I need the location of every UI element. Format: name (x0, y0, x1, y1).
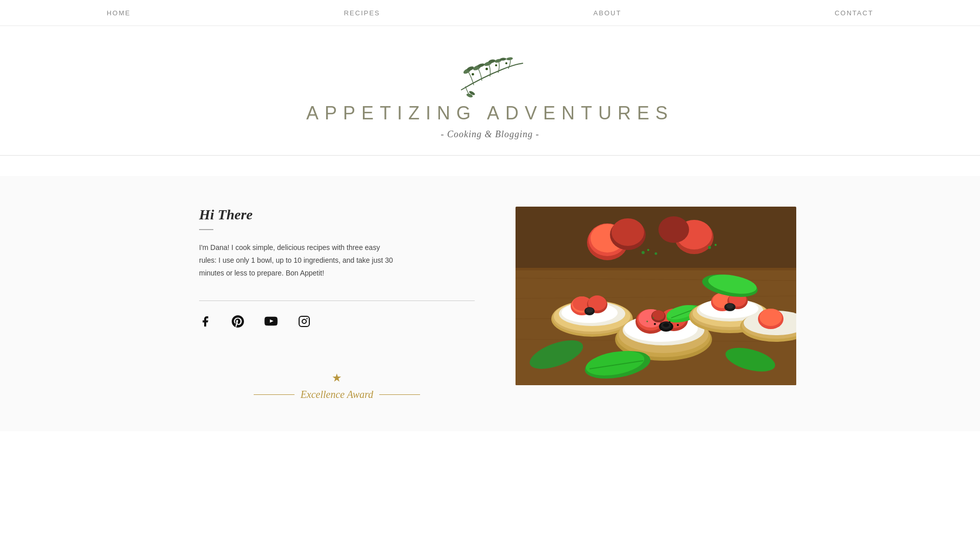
pinterest-icon (232, 315, 244, 328)
svg-point-88 (658, 216, 689, 243)
svg-point-12 (505, 62, 507, 64)
nav-recipes[interactable]: RECIPES (313, 9, 411, 17)
main-content: Hi There I'm Dana! I cook simple, delici… (0, 176, 980, 431)
svg-point-92 (708, 246, 711, 249)
svg-point-9 (472, 73, 474, 76)
excellence-row: Excellence Award (254, 389, 421, 400)
svg-point-58 (660, 319, 662, 320)
svg-point-91 (655, 253, 657, 255)
nav-home[interactable]: HOME (76, 9, 161, 17)
hero-divider (0, 155, 980, 156)
svg-point-53 (663, 323, 669, 327)
site-subtitle: - Cooking & Blogging - (441, 129, 540, 140)
svg-point-89 (642, 251, 645, 254)
social-divider (199, 300, 475, 301)
site-title: APPETIZING ADVENTURES (306, 103, 674, 124)
svg-point-94 (654, 323, 656, 325)
food-image (516, 207, 796, 385)
svg-point-10 (485, 68, 488, 70)
svg-point-93 (715, 244, 717, 246)
greeting-divider (199, 229, 213, 230)
svg-point-57 (653, 317, 654, 319)
main-nav: HOME RECIPES ABOUT CONTACT (0, 0, 980, 26)
youtube-link[interactable] (264, 315, 278, 331)
svg-point-75 (760, 309, 782, 326)
svg-point-85 (611, 218, 644, 246)
youtube-icon (264, 315, 278, 328)
svg-point-50 (652, 310, 665, 320)
svg-point-8 (506, 57, 513, 61)
svg-point-17 (306, 318, 307, 319)
svg-rect-15 (299, 316, 309, 327)
intro-paragraph: I'm Dana! I cook simple, delicious recip… (199, 241, 393, 280)
facebook-icon (199, 315, 211, 328)
social-icons-row (199, 315, 475, 331)
excellence-label: Excellence Award (301, 389, 374, 400)
excellence-section: ★ Excellence Award (199, 371, 475, 400)
food-image-container (516, 207, 796, 385)
svg-point-96 (677, 324, 679, 326)
excellence-line-left (254, 394, 295, 395)
pinterest-link[interactable] (232, 315, 244, 331)
svg-point-38 (586, 308, 593, 313)
left-column: Hi There I'm Dana! I cook simple, delici… (199, 207, 475, 400)
svg-point-70 (726, 304, 733, 309)
right-column (516, 207, 796, 400)
instagram-icon (298, 315, 310, 328)
nav-contact[interactable]: CONTACT (804, 9, 904, 17)
logo-illustration (449, 57, 531, 103)
instagram-link[interactable] (298, 315, 310, 331)
excellence-line-right (379, 394, 420, 395)
svg-rect-20 (516, 268, 796, 270)
hero-section: APPETIZING ADVENTURES - Cooking & Bloggi… (0, 26, 980, 176)
svg-point-11 (495, 64, 497, 66)
star-icon: ★ (332, 371, 342, 385)
facebook-link[interactable] (199, 315, 211, 331)
svg-point-90 (647, 249, 649, 251)
greeting-heading: Hi There (199, 207, 475, 223)
svg-point-59 (647, 321, 648, 322)
nav-about[interactable]: ABOUT (563, 9, 652, 17)
svg-point-16 (302, 319, 306, 323)
svg-point-95 (669, 321, 671, 323)
